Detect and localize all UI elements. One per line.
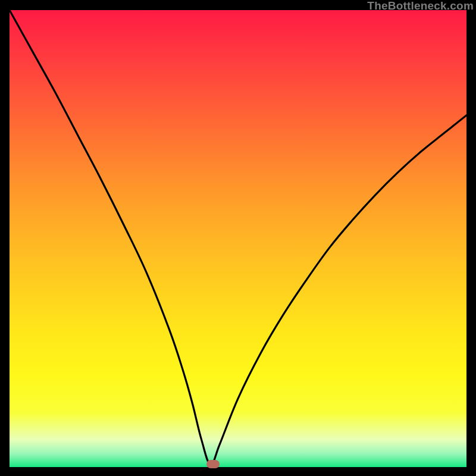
optimum-marker [206, 460, 220, 468]
chart-frame [10, 10, 466, 467]
chart-background-gradient [10, 10, 466, 467]
